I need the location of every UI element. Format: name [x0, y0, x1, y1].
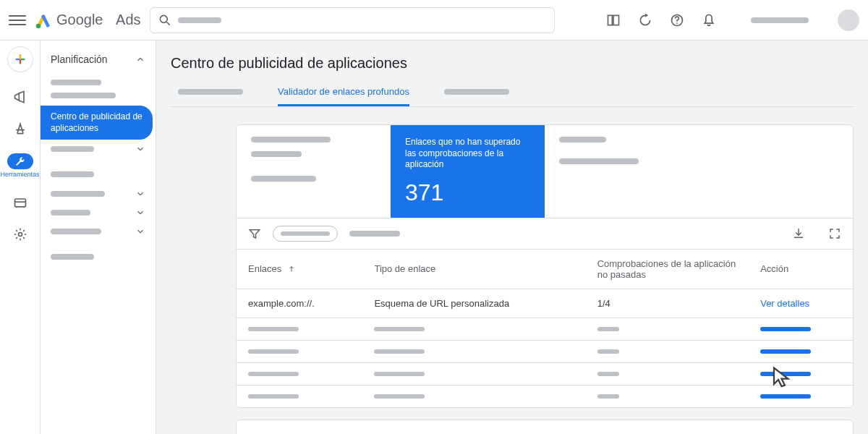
view-details-link[interactable]: [760, 372, 811, 376]
stat-cell[interactable]: [237, 125, 391, 218]
th-action[interactable]: Acción: [749, 249, 853, 289]
filter-icon[interactable]: [248, 227, 261, 240]
hamburger-menu-icon[interactable]: [9, 12, 26, 29]
chevron-up-icon: [135, 54, 145, 64]
create-button[interactable]: [7, 46, 33, 72]
sidepanel-item-app-ads-hub[interactable]: Centro de publicidad de aplicaciones: [41, 106, 153, 140]
filter-chip[interactable]: [273, 226, 338, 242]
table-row: [237, 362, 853, 385]
sidepanel: Planificación Centro de publicidad de ap…: [41, 41, 156, 434]
secondary-card: [236, 420, 854, 434]
rail-goals-icon[interactable]: [6, 122, 35, 136]
help-icon[interactable]: [670, 13, 684, 27]
download-icon[interactable]: [792, 227, 805, 240]
stats-row: Enlaces que no han superado las comproba…: [237, 125, 853, 218]
sidepanel-item[interactable]: [41, 203, 156, 222]
tab-deeplink-validator[interactable]: Validador de enlaces profundos: [278, 79, 409, 106]
tools-wrench-icon: [14, 156, 26, 167]
avatar[interactable]: [838, 9, 859, 31]
refresh-icon[interactable]: [638, 13, 652, 27]
cell-checks-failed: 1/4: [586, 289, 749, 318]
logo-text-ads: Ads: [116, 12, 140, 28]
svg-rect-4: [613, 15, 619, 25]
svg-line-2: [166, 22, 169, 25]
chevron-down-icon: [135, 144, 145, 154]
page-title: Centro de publicidad de aplicaciones: [171, 55, 854, 72]
th-links[interactable]: Enlaces: [237, 249, 362, 289]
stat-cell[interactable]: [699, 125, 853, 218]
svg-point-13: [18, 233, 22, 237]
plus-icon: [12, 51, 28, 67]
nav-rail: Herramientas: [0, 41, 41, 434]
table-toolbar: [237, 218, 853, 249]
svg-rect-3: [608, 15, 613, 25]
stat-label: Enlaces que no han superado las comproba…: [405, 137, 530, 171]
fullscreen-icon[interactable]: [828, 227, 841, 240]
tabs: Validador de enlaces profundos: [171, 79, 854, 107]
sidepanel-item[interactable]: [41, 184, 156, 203]
workspace-icon[interactable]: [606, 13, 621, 27]
view-details-link[interactable]: [760, 349, 811, 354]
view-details-link[interactable]: Ver detalles: [760, 298, 809, 309]
search-input[interactable]: [150, 7, 555, 33]
svg-point-0: [36, 23, 41, 27]
rail-campaigns-icon[interactable]: [6, 90, 35, 104]
account-label-placeholder: [751, 17, 809, 23]
svg-point-6: [676, 22, 678, 24]
table-row: example.com://. Esquema de URL personali…: [237, 289, 853, 318]
sort-up-icon: [287, 265, 296, 273]
view-details-link[interactable]: [760, 327, 811, 331]
search-icon: [158, 13, 172, 27]
rail-settings-icon[interactable]: [6, 227, 35, 242]
logo[interactable]: Google Ads: [35, 12, 141, 29]
topbar: Google Ads: [0, 0, 868, 41]
google-ads-logo-icon: [35, 12, 52, 29]
view-details-link[interactable]: [760, 394, 811, 399]
sidepanel-header-planning[interactable]: Planificación: [41, 46, 156, 72]
stat-cell-failed-checks[interactable]: Enlaces que no han superado las comproba…: [391, 125, 545, 218]
logo-text-google: Google: [56, 12, 103, 28]
stat-value: 371: [405, 179, 530, 206]
table-row: [237, 385, 853, 407]
rail-tools[interactable]: Herramientas: [6, 153, 35, 178]
validator-card: Enlaces que no han superado las comproba…: [236, 124, 854, 408]
svg-point-1: [160, 15, 167, 22]
cell-link: example.com://.: [237, 289, 362, 318]
tab-placeholder[interactable]: [178, 79, 243, 106]
rail-tools-label: Herramientas: [0, 171, 39, 178]
cell-action: Ver detalles: [749, 289, 853, 318]
tab-placeholder[interactable]: [444, 79, 509, 106]
links-table: Enlaces Tipo de enlace Comprobaciones de…: [237, 249, 853, 407]
content-area: Centro de publicidad de aplicaciones Val…: [156, 41, 868, 434]
svg-rect-11: [14, 199, 25, 207]
th-checks-failed[interactable]: Comprobaciones de la aplicación no pasad…: [586, 249, 749, 289]
notifications-icon[interactable]: [702, 13, 716, 27]
th-link-type[interactable]: Tipo de enlace: [362, 249, 585, 289]
chevron-down-icon: [135, 189, 145, 199]
sidepanel-item[interactable]: [41, 222, 156, 241]
rail-billing-icon[interactable]: [6, 195, 35, 210]
chevron-down-icon: [135, 226, 145, 237]
chevron-down-icon: [135, 208, 145, 218]
sidepanel-item[interactable]: [41, 140, 156, 158]
table-row: [237, 318, 853, 340]
cell-link-type: Esquema de URL personalizada: [362, 289, 585, 318]
stat-cell[interactable]: [545, 125, 699, 218]
table-row: [237, 340, 853, 362]
